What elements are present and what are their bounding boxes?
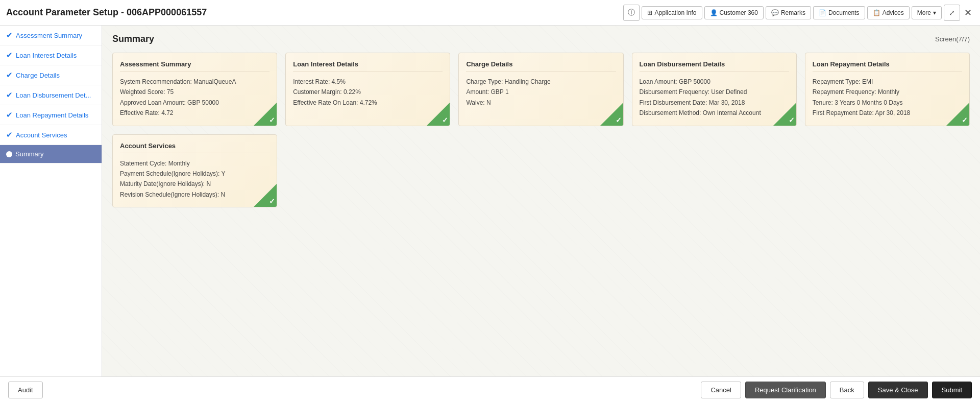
card-line: System Recommendation: ManualQueueA <box>120 77 270 87</box>
sidebar-item-account-services[interactable]: ✔ Account Services <box>0 125 102 145</box>
card-line: Charge Type: Handling Charge <box>466 77 616 87</box>
sidebar-item-assessment-summary[interactable]: ✔ Assessment Summary <box>0 26 102 45</box>
card-content: Interest Rate: 4.5% Customer Margin: 0.2… <box>293 77 443 108</box>
check-icon: ✔ <box>6 110 13 120</box>
sidebar-item-loan-repayment-details[interactable]: ✔ Loan Repayment Details <box>0 105 102 125</box>
screen-info: Screen(7/7) <box>935 35 970 43</box>
card-line: Statement Cycle: Monthly <box>120 158 270 169</box>
dot-icon <box>6 151 12 157</box>
back-button[interactable]: Back <box>830 382 864 398</box>
request-clarification-button[interactable]: Request Clarification <box>745 382 826 398</box>
card-line: Amount: GBP 1 <box>466 87 616 97</box>
card-content: Loan Amount: GBP 50000 Disbursement Freq… <box>640 77 789 118</box>
card-check-icon <box>773 103 796 126</box>
check-icon: ✔ <box>6 70 13 80</box>
documents-btn[interactable]: 📄 Documents <box>813 6 865 19</box>
card-line: Disbursement Method: Own Internal Accoun… <box>640 108 789 118</box>
card-line: Customer Margin: 0.22% <box>293 87 443 97</box>
card-check-icon <box>254 103 277 126</box>
check-icon: ✔ <box>6 31 13 40</box>
remarks-icon: 💬 <box>771 9 779 16</box>
card-title: Account Services <box>120 142 270 153</box>
expand-icon-btn[interactable]: ⤢ <box>944 5 960 21</box>
page-title: Account Parameter Setup - 006APP00006155… <box>6 7 623 18</box>
card-line: Repayment Type: EMI <box>813 77 962 87</box>
card-line: Interest Rate: 4.5% <box>293 77 443 87</box>
sidebar-item-loan-disbursement-details[interactable]: ✔ Loan Disbursement Det... <box>0 85 102 105</box>
close-btn[interactable]: ✕ <box>962 7 974 18</box>
header: Account Parameter Setup - 006APP00006155… <box>0 0 980 26</box>
check-icon: ✔ <box>6 90 13 100</box>
card-line: Loan Amount: GBP 50000 <box>640 77 789 87</box>
account-services-card: Account Services Statement Cycle: Monthl… <box>112 134 277 208</box>
documents-icon: 📄 <box>819 9 826 16</box>
card-title: Loan Disbursement Details <box>640 60 789 72</box>
loan-disbursement-details-card: Loan Disbursement Details Loan Amount: G… <box>632 53 797 126</box>
card-check-icon <box>427 103 450 126</box>
header-buttons: ⓘ ⊞ Application Info 👤 Customer 360 💬 Re… <box>623 5 974 21</box>
more-btn[interactable]: More ▾ <box>912 6 942 19</box>
application-info-icon: ⊞ <box>647 9 652 16</box>
card-content: Statement Cycle: Monthly Payment Schedul… <box>120 158 270 200</box>
cards-row-1: Assessment Summary System Recommendation… <box>112 53 970 126</box>
save-close-button[interactable]: Save & Close <box>868 382 928 398</box>
card-line: Revision Schedule(Ignore Holidays): N <box>120 189 270 200</box>
assessment-summary-card: Assessment Summary System Recommendation… <box>112 53 277 126</box>
card-content: Charge Type: Handling Charge Amount: GBP… <box>466 77 616 108</box>
card-line: Disbursement Frequency: User Defined <box>640 87 789 97</box>
check-icon: ✔ <box>6 51 13 60</box>
card-line: First Disbursement Date: Mar 30, 2018 <box>640 98 789 108</box>
card-line: Weighted Score: 75 <box>120 87 270 97</box>
charge-details-card: Charge Details Charge Type: Handling Cha… <box>458 53 623 126</box>
footer-right: Cancel Request Clarification Back Save &… <box>701 382 972 398</box>
audit-button[interactable]: Audit <box>8 382 43 398</box>
info-icon-btn[interactable]: ⓘ <box>623 5 640 21</box>
footer: Audit Cancel Request Clarification Back … <box>0 376 980 403</box>
loan-interest-details-card: Loan Interest Details Interest Rate: 4.5… <box>285 53 450 126</box>
loan-repayment-details-card: Loan Repayment Details Repayment Type: E… <box>805 53 970 126</box>
customer-360-icon: 👤 <box>710 9 718 16</box>
advices-icon: 📋 <box>873 9 880 16</box>
advices-btn[interactable]: 📋 Advices <box>867 6 910 19</box>
cancel-button[interactable]: Cancel <box>701 382 741 398</box>
footer-left: Audit <box>8 382 43 398</box>
content-header: Summary Screen(7/7) <box>112 34 970 44</box>
card-line: Waive: N <box>466 98 616 108</box>
content-title: Summary <box>112 34 154 44</box>
sidebar: ✔ Assessment Summary ✔ Loan Interest Det… <box>0 26 102 376</box>
card-line: Maturity Date(Ignore Holidays): N <box>120 179 270 189</box>
card-title: Assessment Summary <box>120 60 270 72</box>
sidebar-item-loan-interest-details[interactable]: ✔ Loan Interest Details <box>0 45 102 65</box>
application-info-btn[interactable]: ⊞ Application Info <box>642 6 702 19</box>
card-check-icon <box>946 103 969 126</box>
card-line: Effective Rate On Loan: 4.72% <box>293 98 443 108</box>
card-check-icon <box>254 184 277 207</box>
remarks-btn[interactable]: 💬 Remarks <box>766 6 811 19</box>
card-line: Repayment Frequency: Monthly <box>813 87 962 97</box>
content-area: Summary Screen(7/7) Assessment Summary S… <box>102 26 980 376</box>
card-title: Loan Repayment Details <box>813 60 962 72</box>
cards-row-2: Account Services Statement Cycle: Monthl… <box>112 134 970 208</box>
check-icon: ✔ <box>6 130 13 139</box>
card-line: Effective Rate: 4.72 <box>120 108 270 118</box>
card-title: Loan Interest Details <box>293 60 443 72</box>
card-content: Repayment Type: EMI Repayment Frequency:… <box>813 77 962 118</box>
card-line: Payment Schedule(Ignore Holidays): Y <box>120 169 270 179</box>
card-title: Charge Details <box>466 60 616 72</box>
card-content: System Recommendation: ManualQueueA Weig… <box>120 77 270 118</box>
sidebar-item-summary[interactable]: Summary <box>0 145 102 163</box>
card-line: First Repayment Date: Apr 30, 2018 <box>813 108 962 118</box>
card-line: Approved Loan Amount: GBP 50000 <box>120 98 270 108</box>
submit-button[interactable]: Submit <box>932 382 972 398</box>
sidebar-item-charge-details[interactable]: ✔ Charge Details <box>0 65 102 85</box>
customer-360-btn[interactable]: 👤 Customer 360 <box>704 6 764 19</box>
card-line: Tenure: 3 Years 0 Months 0 Days <box>813 98 962 108</box>
main-layout: ✔ Assessment Summary ✔ Loan Interest Det… <box>0 26 980 376</box>
card-check-icon <box>600 103 623 126</box>
chevron-down-icon: ▾ <box>933 9 936 16</box>
